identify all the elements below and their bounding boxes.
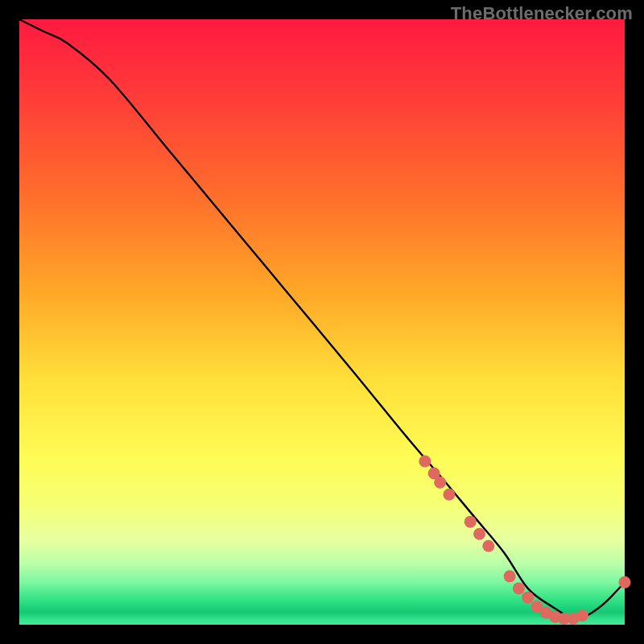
data-point [434,477,446,489]
data-point [443,489,455,501]
chart-root: TheBottlenecker.com [0,0,644,644]
data-point [464,516,477,528]
data-point [504,570,516,582]
data-point [473,528,485,540]
data-point [482,540,494,552]
plot-area [19,19,625,625]
bottleneck-curve-line [19,19,625,618]
source-watermark: TheBottlenecker.com [451,3,633,24]
data-point [513,582,525,594]
data-point [619,576,631,588]
data-point-markers [419,455,630,625]
data-point [419,455,431,467]
data-point [522,592,534,604]
chart-svg [19,19,625,625]
data-point [576,609,588,621]
